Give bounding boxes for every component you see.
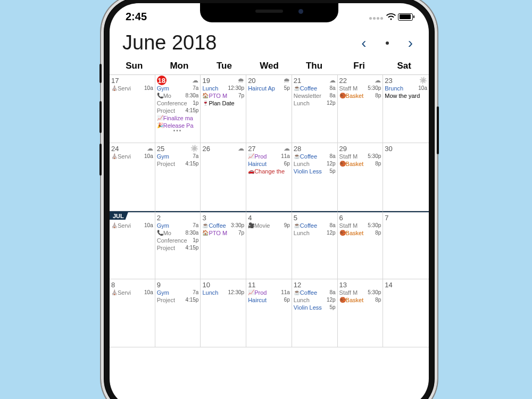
event-item[interactable]: 🏀Basket8p	[339, 160, 381, 168]
weather-icon: ☁	[284, 145, 290, 152]
event-item[interactable]: ⛪️Servi10a	[111, 289, 153, 296]
event-item[interactable]: Staff M5:30p	[339, 222, 381, 229]
day-cell[interactable]: 21☁☕️Coffee8aNewsletter8aLunch12p	[292, 75, 338, 143]
day-cell[interactable]: 4🎥Movie9p	[246, 211, 292, 279]
day-cell[interactable]: 19🌧Lunch12:30p🏠PTO M7p🍷Plan Date	[201, 75, 246, 143]
event-item[interactable]: 🏀Basket8p	[339, 92, 381, 99]
event-item[interactable]: Mow the yard	[385, 92, 427, 99]
day-cell[interactable]: 12☕️Coffee8aLunch12pViolin Less5p	[292, 279, 338, 347]
event-item[interactable]: Lunch12:30p	[202, 85, 244, 92]
event-item[interactable]: Lunch12p	[294, 229, 336, 237]
event-item[interactable]: Violin Less5p	[294, 168, 336, 175]
event-item[interactable]: ⛪️Servi10a	[111, 85, 153, 92]
day-cell[interactable]: 17⛪️Servi10a	[110, 75, 155, 143]
event-item[interactable]: 🎥Movie9p	[248, 222, 290, 229]
event-item[interactable]: 📞Mo8:30a	[157, 92, 199, 99]
date-number: 21	[294, 77, 301, 85]
month-title: June 2018	[122, 31, 217, 54]
day-cell[interactable]: 28☕️Coffee8aLunch12pViolin Less5p	[292, 143, 338, 211]
day-cell[interactable]: 9Gym7aProject4:15p	[155, 279, 201, 347]
event-item[interactable]: 🏀Basket8p	[339, 229, 381, 237]
event-item[interactable]: Lunch12p	[294, 99, 336, 107]
weather-icon: ☀️	[190, 145, 198, 152]
day-cell[interactable]: 11📈Prod11aHaircut6p	[246, 279, 292, 347]
day-cell[interactable]: 10Lunch12:30p	[201, 279, 246, 347]
date-number: 20	[248, 77, 255, 85]
event-item[interactable]: ☕️Coffee8a	[294, 289, 336, 296]
event-item[interactable]: Project4:15p	[157, 244, 199, 252]
event-item[interactable]: Project4:15p	[157, 107, 199, 114]
event-item[interactable]: ⛪️Servi10a	[111, 222, 153, 229]
event-item[interactable]: 📈Finalize ma	[157, 114, 199, 122]
more-events-indicator[interactable]: •••	[157, 129, 199, 134]
event-item[interactable]: ☕️Coffee8a	[294, 153, 336, 160]
day-cell[interactable]: 14	[383, 279, 429, 347]
day-cell[interactable]: 2Gym7a📞Mo8:30aConference1pProject4:15p	[155, 211, 201, 279]
event-item[interactable]: Lunch12p	[294, 296, 336, 304]
day-cell[interactable]: 22☁Staff M5:30p🏀Basket8p	[338, 75, 384, 143]
day-cell[interactable]: 27☁📈Prod11aHaircut6p🚗Change the	[246, 143, 292, 211]
status-right	[369, 12, 413, 22]
event-item[interactable]: Staff M5:30p	[339, 289, 381, 296]
day-cell[interactable]: 13Staff M5:30p🏀Basket8p	[338, 279, 384, 347]
event-item[interactable]: Haircut Ap5p	[248, 85, 290, 92]
event-item[interactable]: 🏠PTO M7p	[202, 92, 244, 99]
calendar-grid[interactable]: 17⛪️Servi10a18☁Gym7a📞Mo8:30aConference1p…	[110, 75, 429, 347]
event-item[interactable]: Lunch12:30p	[202, 289, 244, 296]
day-cell[interactable]: 20🌧Haircut Ap5p	[246, 75, 292, 143]
prev-month-button[interactable]: ‹	[358, 34, 369, 53]
event-title: Brunch	[385, 85, 417, 92]
event-item[interactable]: Project4:15p	[157, 160, 199, 168]
event-item[interactable]: 🚗Change the	[248, 168, 290, 175]
day-cell[interactable]: 7	[383, 211, 429, 279]
event-item[interactable]: Haircut6p	[248, 296, 290, 304]
event-item[interactable]: ☕️Coffee3:30p	[202, 222, 244, 229]
event-item[interactable]: Project4:15p	[157, 296, 199, 304]
event-item[interactable]: Gym7a	[157, 85, 199, 92]
event-item[interactable]: Staff M5:30p	[339, 85, 381, 92]
day-cell[interactable]: JUL1⛪️Servi10a	[110, 211, 155, 279]
event-item[interactable]: 📈Prod11a	[248, 153, 290, 160]
event-item[interactable]: Lunch12p	[294, 160, 336, 168]
day-cell[interactable]: 8⛪️Servi10a	[110, 279, 155, 347]
date-number: 29	[339, 145, 347, 153]
event-item[interactable]: 🍷Plan Date	[202, 99, 244, 107]
event-title: Lunch	[294, 160, 326, 168]
event-time: 12p	[327, 160, 336, 168]
event-item[interactable]: Newsletter8a	[294, 92, 336, 99]
event-item[interactable]: Brunch10a	[385, 85, 427, 92]
event-item[interactable]: 🏠PTO M7p	[202, 229, 244, 237]
event-item[interactable]: Conference1p	[157, 99, 199, 107]
event-icon: 📞	[157, 92, 163, 99]
today-button[interactable]	[386, 41, 389, 45]
event-item[interactable]: Violin Less5p	[294, 304, 336, 311]
event-item[interactable]: Gym7a	[157, 222, 199, 229]
event-item[interactable]: ☕️Coffee8a	[294, 85, 336, 92]
event-title: Mo	[163, 92, 185, 99]
day-cell[interactable]: 18☁Gym7a📞Mo8:30aConference1pProject4:15p…	[155, 75, 201, 143]
day-cell[interactable]: 3☕️Coffee3:30p🏠PTO M7p	[201, 211, 246, 279]
event-item[interactable]: Gym7a	[157, 153, 199, 160]
event-item[interactable]: Conference1p	[157, 237, 199, 244]
next-month-button[interactable]: ›	[405, 34, 416, 53]
event-item[interactable]: ☕️Coffee8a	[294, 222, 336, 229]
event-item[interactable]: Gym7a	[157, 289, 199, 296]
event-time: 5:30p	[368, 153, 381, 160]
event-time: 8a	[329, 153, 335, 160]
day-cell[interactable]: 29Staff M5:30p🏀Basket8p	[338, 143, 384, 211]
event-item[interactable]: 🏀Basket8p	[339, 296, 381, 304]
event-title: Prod	[254, 289, 280, 296]
day-cell[interactable]: 25☀️Gym7aProject4:15p	[155, 143, 201, 211]
event-item[interactable]: Staff M5:30p	[339, 153, 381, 160]
event-item[interactable]: 📈Prod11a	[248, 289, 290, 296]
day-cell[interactable]: 6Staff M5:30p🏀Basket8p	[338, 211, 384, 279]
event-icon: 📈	[248, 153, 254, 160]
event-item[interactable]: Haircut6p	[248, 160, 290, 168]
day-cell[interactable]: 24☁⛪️Servi10a	[110, 143, 155, 211]
day-cell[interactable]: 23☀️Brunch10aMow the yard	[383, 75, 429, 143]
day-cell[interactable]: 5☕️Coffee8aLunch12p	[292, 211, 338, 279]
event-item[interactable]: ⛪️Servi10a	[111, 153, 153, 160]
day-cell[interactable]: 26☁	[201, 143, 246, 211]
event-item[interactable]: 📞Mo8:30a	[157, 229, 199, 237]
day-cell[interactable]: 30	[383, 143, 429, 211]
